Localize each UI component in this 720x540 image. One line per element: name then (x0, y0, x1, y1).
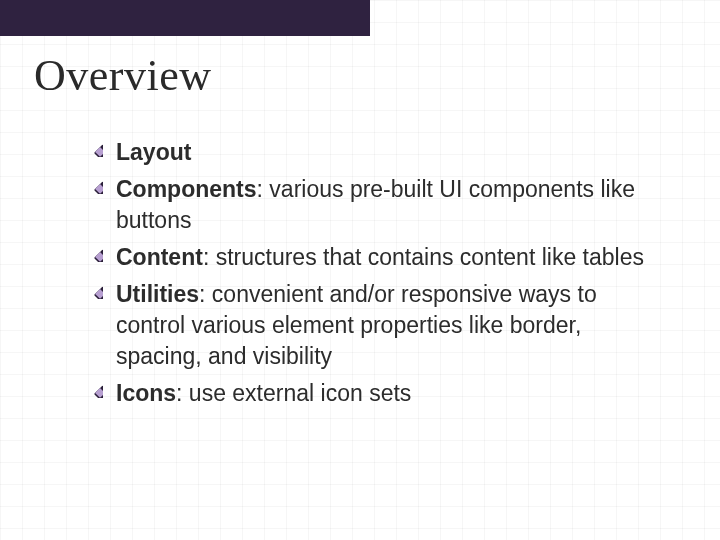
list-item: Content: structures that contains conten… (90, 242, 650, 273)
bullet-desc: : structures that contains content like … (203, 244, 644, 270)
slide-body: Overview Layout Components: various pre-… (0, 0, 720, 409)
bullet-term: Utilities (116, 281, 199, 307)
list-item: Utilities: convenient and/or responsive … (90, 279, 650, 372)
diamond-bullet-icon (90, 385, 103, 398)
diamond-bullet-icon (90, 249, 103, 262)
diamond-bullet-icon (90, 181, 103, 194)
list-item: Components: various pre-built UI compone… (90, 174, 650, 236)
bullet-term: Icons (116, 380, 176, 406)
bullet-desc: : use external icon sets (176, 380, 411, 406)
bullet-term: Content (116, 244, 203, 270)
slide-title: Overview (34, 50, 680, 101)
diamond-bullet-icon (90, 144, 103, 157)
diamond-bullet-icon (90, 286, 103, 299)
list-item: Layout (90, 137, 650, 168)
bullet-term: Components (116, 176, 257, 202)
list-item: Icons: use external icon sets (90, 378, 650, 409)
bullet-term: Layout (116, 139, 191, 165)
bullet-list: Layout Components: various pre-built UI … (90, 137, 650, 409)
